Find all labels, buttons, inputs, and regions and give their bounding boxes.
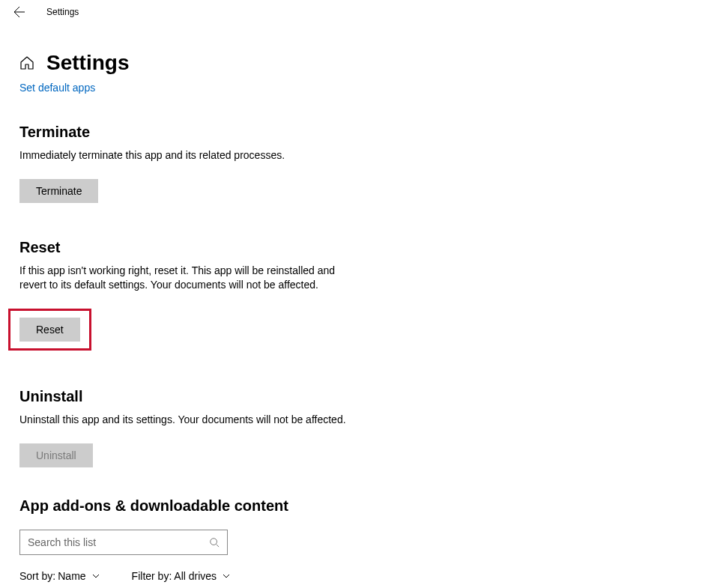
filter-by-dropdown[interactable]: Filter by: All drives [132, 570, 231, 582]
chevron-down-icon [222, 572, 231, 581]
addons-heading: App add-ons & downloadable content [19, 497, 364, 515]
chevron-down-icon [91, 572, 100, 581]
uninstall-button[interactable]: Uninstall [19, 443, 93, 467]
svg-point-0 [211, 538, 217, 545]
sort-by-label: Sort by: [19, 570, 55, 582]
titlebar: Settings [0, 0, 705, 24]
filter-by-label: Filter by: [132, 570, 172, 582]
arrow-left-icon [13, 6, 25, 18]
reset-highlight: Reset [8, 309, 91, 351]
uninstall-section: Uninstall Uninstall this app and its set… [19, 388, 364, 467]
terminate-description: Immediately terminate this app and its r… [19, 148, 364, 163]
set-default-apps-link[interactable]: Set default apps [19, 82, 95, 94]
addons-section: App add-ons & downloadable content Sort … [19, 497, 364, 588]
reset-heading: Reset [19, 239, 364, 256]
back-button[interactable] [13, 6, 25, 18]
filter-by-value: All drives [174, 570, 217, 582]
content-area: Settings Set default apps Terminate Imme… [0, 24, 705, 588]
terminate-heading: Terminate [19, 124, 364, 141]
addons-filters: Sort by: Name Filter by: All drives [19, 570, 364, 582]
reset-description: If this app isn't working right, reset i… [19, 264, 364, 292]
addons-search-box[interactable] [19, 530, 228, 555]
page-title: Settings [46, 51, 129, 75]
sort-by-value: Name [58, 570, 85, 582]
addons-search-input[interactable] [28, 536, 209, 548]
page-header: Settings [19, 51, 686, 75]
terminate-button[interactable]: Terminate [19, 179, 98, 203]
home-icon [19, 55, 34, 70]
uninstall-description: Uninstall this app and its settings. You… [19, 413, 364, 427]
svg-line-1 [217, 544, 220, 547]
window-title: Settings [46, 7, 79, 17]
terminate-section: Terminate Immediately terminate this app… [19, 124, 364, 203]
reset-button[interactable]: Reset [19, 318, 80, 342]
reset-section: Reset If this app isn't working right, r… [19, 239, 364, 351]
search-icon [209, 537, 220, 548]
sort-by-dropdown[interactable]: Sort by: Name [19, 570, 100, 582]
uninstall-heading: Uninstall [19, 388, 364, 405]
